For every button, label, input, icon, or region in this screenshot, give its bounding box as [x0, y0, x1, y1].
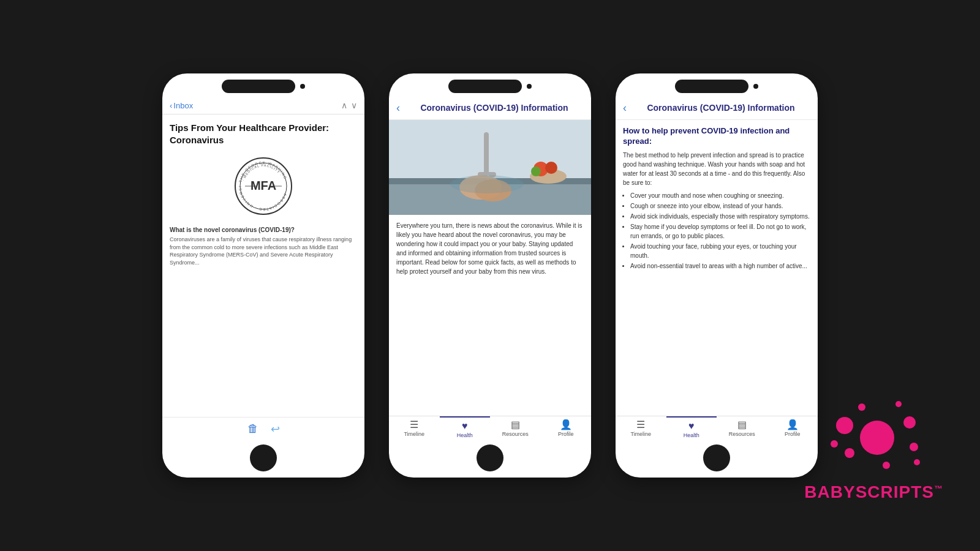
nav-timeline-2[interactable]: ☰ Timeline — [389, 416, 440, 441]
svg-point-20 — [450, 175, 524, 193]
email-body-text: Coronaviruses are a family of viruses th… — [170, 236, 357, 266]
phone-3-top-bar — [616, 73, 818, 97]
back-chevron-icon: ‹ — [170, 101, 172, 110]
timeline-icon-2: ☰ — [410, 420, 418, 430]
phone-1: ‹ Inbox ∧ ∨ Tips From Your Healthcare Pr… — [162, 73, 364, 478]
email-header: ‹ Inbox ∧ ∨ — [162, 97, 364, 114]
list-item: Avoid touching your face, rubbing your e… — [630, 242, 810, 260]
phone-3: ‹ Coronavirus (COVID-19) Information How… — [616, 73, 818, 478]
svg-point-28 — [831, 440, 838, 448]
resources-icon-3: ▤ — [737, 420, 747, 430]
list-item: Stay home if you develop symptoms or fee… — [630, 222, 810, 241]
phone-3-content: ‹ Coronavirus (COVID-19) Information How… — [616, 97, 818, 441]
nav-health-2[interactable]: ♥ Health — [440, 416, 491, 441]
phone-3-camera — [753, 84, 758, 89]
article-image — [389, 120, 591, 215]
article-2-header: ‹ Coronavirus (COVID-19) Information — [389, 97, 591, 120]
timeline-label-2: Timeline — [404, 431, 424, 437]
phone-2: ‹ Coronavirus (COVID-19) Information — [389, 73, 591, 478]
resources-label-2: Resources — [502, 431, 529, 437]
babyscripts-tm: ™ — [934, 484, 943, 493]
inbox-link[interactable]: ‹ Inbox — [170, 101, 193, 110]
list-item: Cough or sneeze into your elbow, instead… — [630, 201, 810, 211]
babyscripts-logo: BABYSCRIPTS™ — [804, 392, 943, 502]
phone-1-home-button[interactable] — [250, 444, 277, 471]
phone-3-notch — [675, 80, 748, 93]
health-label-2: Health — [457, 432, 473, 438]
prevention-intro: The best method to help prevent infectio… — [623, 151, 810, 187]
list-item: Avoid non-essential travel to areas with… — [630, 261, 810, 271]
phone-1-content: ‹ Inbox ∧ ∨ Tips From Your Healthcare Pr… — [162, 97, 364, 441]
svg-point-21 — [860, 421, 894, 455]
phone-3-bottom-nav: ☰ Timeline ♥ Health ▤ Resources 👤 Profil… — [616, 416, 818, 441]
email-nav-arrows: ∧ ∨ — [341, 100, 357, 110]
babyscripts-brand-text: BABYSCRIPTS™ — [804, 482, 943, 502]
hand-washing-image — [389, 120, 591, 215]
phone-2-camera — [527, 84, 532, 89]
phone-2-content: ‹ Coronavirus (COVID-19) Information — [389, 97, 591, 441]
svg-text:MFA: MFA — [251, 179, 276, 192]
article-3-header: ‹ Coronavirus (COVID-19) Information — [616, 97, 818, 120]
resources-label-3: Resources — [729, 431, 755, 437]
profile-label-3: Profile — [785, 431, 801, 437]
phone-2-notch — [448, 80, 522, 93]
email-body: Tips From Your Healthcare Provider: Coro… — [162, 114, 364, 417]
email-subject: Tips From Your Healthcare Provider: Coro… — [170, 122, 357, 146]
svg-point-26 — [858, 403, 865, 411]
svg-point-30 — [883, 462, 890, 469]
phone-3-home-button[interactable] — [703, 444, 730, 471]
health-icon-3: ♥ — [688, 421, 695, 431]
health-icon-2: ♥ — [462, 421, 468, 431]
article-2-text: Everywhere you turn, there is news about… — [396, 221, 584, 276]
health-label-3: Health — [684, 432, 699, 438]
timeline-icon-3: ☰ — [636, 420, 645, 430]
svg-point-19 — [531, 167, 541, 176]
list-item: Cover your mouth and nose when coughing … — [630, 191, 810, 200]
phone-2-bottom-nav: ☰ Timeline ♥ Health ▤ Resources 👤 Profil… — [389, 416, 591, 441]
babyscripts-dots — [819, 392, 929, 478]
article-2-title: Coronavirus (COVID-19) Information — [405, 102, 584, 113]
scene: ‹ Inbox ∧ ∨ Tips From Your Healthcare Pr… — [0, 0, 980, 551]
prevention-list: Cover your mouth and nose when coughing … — [630, 191, 810, 271]
phone-2-top-bar — [389, 73, 591, 97]
resources-icon-2: ▤ — [511, 420, 520, 430]
mfa-logo: MFA THE GEORGE WASHING · MEDICAL FACILIT… — [233, 156, 294, 217]
delete-icon[interactable]: 🗑 — [247, 422, 258, 436]
up-arrow-icon[interactable]: ∧ — [341, 100, 347, 110]
reply-icon[interactable]: ↩ — [271, 422, 280, 436]
email-logo: MFA THE GEORGE WASHING · MEDICAL FACILIT… — [170, 156, 357, 217]
email-footer-actions: 🗑 ↩ — [162, 417, 364, 441]
phone-1-notch — [222, 80, 295, 93]
nav-profile-2[interactable]: 👤 Profile — [541, 416, 592, 441]
list-item: Avoid sick individuals, especially those… — [630, 212, 810, 221]
svg-point-27 — [895, 401, 902, 407]
back-button-3[interactable]: ‹ — [623, 102, 627, 114]
profile-icon-3: 👤 — [786, 420, 799, 430]
svg-point-29 — [914, 459, 920, 465]
svg-rect-11 — [484, 132, 489, 175]
svg-point-22 — [836, 417, 853, 434]
svg-point-18 — [545, 162, 557, 174]
nav-resources-3[interactable]: ▤ Resources — [717, 416, 767, 441]
nav-resources-2[interactable]: ▤ Resources — [490, 416, 541, 441]
prevention-heading: How to help prevent COVID-19 infection a… — [623, 126, 810, 147]
profile-label-2: Profile — [558, 431, 574, 437]
nav-timeline-3[interactable]: ☰ Timeline — [616, 416, 666, 441]
inbox-label[interactable]: Inbox — [173, 101, 193, 110]
phone-1-top-bar — [162, 73, 364, 97]
svg-point-25 — [845, 448, 854, 458]
down-arrow-icon[interactable]: ∨ — [351, 100, 357, 110]
timeline-label-3: Timeline — [630, 431, 651, 437]
article-2-scroll: Everywhere you turn, there is news about… — [389, 215, 591, 416]
phone-1-camera — [300, 84, 305, 89]
profile-icon-2: 👤 — [560, 420, 572, 430]
article-3-scroll: How to help prevent COVID-19 infection a… — [616, 120, 818, 416]
article-3-title: Coronavirus (COVID-19) Information — [631, 102, 810, 113]
svg-point-23 — [903, 416, 916, 429]
phone-2-home-button[interactable] — [477, 444, 503, 471]
back-button-2[interactable]: ‹ — [396, 102, 400, 114]
nav-health-3[interactable]: ♥ Health — [666, 416, 717, 441]
babyscripts-name: BABYSCRIPTS — [804, 482, 934, 501]
email-section-title: What is the novel coronavirus (COVID-19)… — [170, 227, 357, 233]
svg-point-24 — [910, 443, 918, 451]
